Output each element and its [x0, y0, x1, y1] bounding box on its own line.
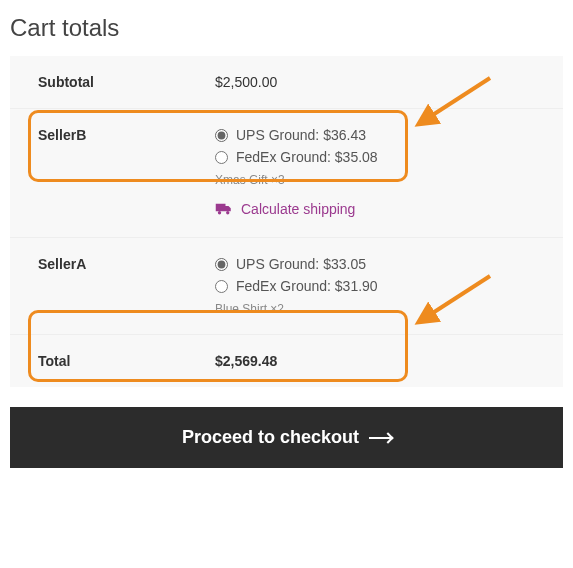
- proceed-to-checkout-button[interactable]: Proceed to checkout: [10, 407, 563, 468]
- shipping-label: FedEx Ground: $35.08: [236, 149, 378, 165]
- shipping-option[interactable]: UPS Ground: $36.43: [215, 127, 545, 143]
- page-title: Cart totals: [10, 14, 563, 42]
- shipping-radio[interactable]: [215, 151, 228, 164]
- truck-icon: [215, 202, 233, 216]
- arrow-right-icon: [369, 437, 391, 439]
- seller-shipping: UPS Ground: $33.05 FedEx Ground: $31.90 …: [205, 238, 563, 334]
- svg-point-1: [226, 211, 229, 214]
- seller-row: SellerB UPS Ground: $36.43 FedEx Ground:…: [10, 109, 563, 238]
- shipping-option[interactable]: UPS Ground: $33.05: [215, 256, 545, 272]
- seller-row: SellerA UPS Ground: $33.05 FedEx Ground:…: [10, 238, 563, 335]
- total-row: Total $2,569.48: [10, 335, 563, 387]
- total-label: Total: [10, 335, 205, 387]
- shipping-radio[interactable]: [215, 129, 228, 142]
- subtotal-value: $2,500.00: [205, 56, 563, 108]
- items-note: Blue Shirt ×2: [215, 302, 545, 316]
- checkout-label: Proceed to checkout: [182, 427, 359, 448]
- seller-shipping: UPS Ground: $36.43 FedEx Ground: $35.08 …: [205, 109, 563, 237]
- shipping-radio[interactable]: [215, 258, 228, 271]
- shipping-radio[interactable]: [215, 280, 228, 293]
- shipping-option[interactable]: FedEx Ground: $35.08: [215, 149, 545, 165]
- cart-totals-table: Subtotal $2,500.00 SellerB UPS Ground: $…: [10, 56, 563, 387]
- cart-totals-wrap: Subtotal $2,500.00 SellerB UPS Ground: $…: [10, 56, 563, 387]
- shipping-option[interactable]: FedEx Ground: $31.90: [215, 278, 545, 294]
- shipping-label: FedEx Ground: $31.90: [236, 278, 378, 294]
- shipping-label: UPS Ground: $33.05: [236, 256, 366, 272]
- subtotal-row: Subtotal $2,500.00: [10, 56, 563, 109]
- total-value: $2,569.48: [205, 335, 563, 387]
- seller-name: SellerA: [10, 238, 205, 334]
- calc-link-label: Calculate shipping: [241, 201, 355, 217]
- calculate-shipping-link[interactable]: Calculate shipping: [215, 201, 355, 217]
- subtotal-label: Subtotal: [10, 56, 205, 108]
- items-note: Xmas Gift ×3: [215, 173, 545, 187]
- svg-point-0: [218, 211, 221, 214]
- shipping-label: UPS Ground: $36.43: [236, 127, 366, 143]
- seller-name: SellerB: [10, 109, 205, 237]
